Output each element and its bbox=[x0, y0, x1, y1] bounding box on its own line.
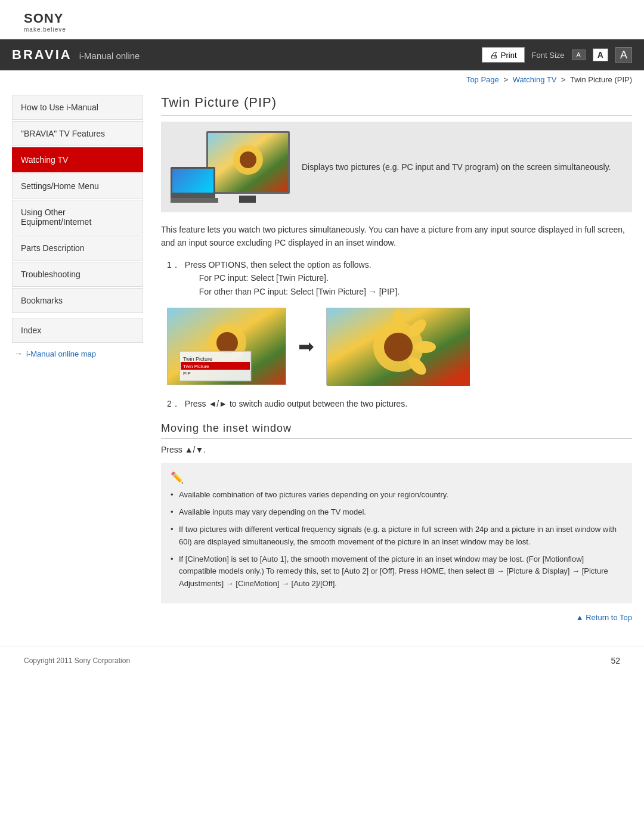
print-icon: 🖨 bbox=[490, 50, 498, 60]
sidebar-item-watching-tv[interactable]: Watching TV bbox=[12, 147, 143, 172]
sidebar-item-bookmarks[interactable]: Bookmarks bbox=[12, 288, 143, 313]
pip-intro-image bbox=[171, 131, 290, 203]
press-label: Press ▲/▼. bbox=[161, 445, 632, 454]
body-paragraph: This feature lets you watch two pictures… bbox=[161, 223, 632, 250]
svg-text:PIP: PIP bbox=[183, 371, 191, 376]
imanual-subtitle: i-Manual online bbox=[79, 51, 140, 61]
breadcrumb-watching-tv[interactable]: Watching TV bbox=[513, 75, 557, 84]
svg-point-16 bbox=[414, 341, 436, 353]
pip-before-svg: Twin Picture Twin Picture PIP bbox=[168, 308, 286, 385]
step-2-number: 2． bbox=[167, 397, 180, 410]
page-number: 52 bbox=[611, 656, 620, 665]
main-layout: How to Use i-Manual "BRAVIA" TV Features… bbox=[0, 89, 644, 634]
page-title: Twin Picture (PIP) bbox=[161, 95, 632, 116]
sidebar-item-bravia-features[interactable]: "BRAVIA" TV Features bbox=[12, 121, 143, 146]
font-large-button[interactable]: A bbox=[615, 47, 632, 63]
laptop-display bbox=[171, 167, 215, 200]
note-item-1: Available combination of two pictures va… bbox=[171, 489, 623, 501]
copyright-text: Copyright 2011 Sony Corporation bbox=[24, 657, 130, 665]
step-1-sub-2: For other than PC input: Select [Twin Pi… bbox=[199, 285, 632, 298]
note-icon: ✏️ bbox=[171, 471, 623, 484]
sidebar: How to Use i-Manual "BRAVIA" TV Features… bbox=[12, 95, 143, 622]
bravia-brand: BRAVIA bbox=[12, 47, 72, 63]
breadcrumb-top-page[interactable]: Top Page bbox=[466, 75, 499, 84]
svg-text:Twin Picture: Twin Picture bbox=[183, 364, 209, 369]
step-2: 2． Press ◄/► to switch audio output betw… bbox=[167, 397, 632, 410]
sunflower-tv-svg bbox=[208, 133, 288, 192]
intro-box: Displays two pictures (e.g. PC input and… bbox=[161, 122, 632, 212]
note-item-2: Available inputs may vary depending on t… bbox=[171, 506, 623, 519]
steps-list: 1． Press OPTIONS, then select the option… bbox=[167, 258, 632, 411]
arrow-right-icon: → bbox=[14, 349, 23, 358]
svg-point-14 bbox=[392, 309, 404, 331]
nav-bar: BRAVIA i-Manual online 🖨 Print Font Size… bbox=[0, 39, 644, 70]
sidebar-item-using-other[interactable]: Using Other Equipment/Internet bbox=[12, 200, 143, 234]
notes-list: Available combination of two pictures va… bbox=[171, 489, 623, 590]
tv-stand bbox=[239, 196, 256, 203]
laptop-base bbox=[171, 198, 218, 203]
note-box: ✏️ Available combination of two pictures… bbox=[161, 463, 632, 603]
pip-image-row: Twin Picture Twin Picture PIP ➡ bbox=[167, 308, 632, 385]
return-to-top[interactable]: ▲ Return to Top bbox=[161, 613, 632, 622]
sidebar-item-how-to-use[interactable]: How to Use i-Manual bbox=[12, 95, 143, 120]
font-size-label: Font Size bbox=[532, 51, 565, 60]
sidebar-item-settings-home[interactable]: Settings/Home Menu bbox=[12, 174, 143, 199]
font-medium-button[interactable]: A bbox=[593, 48, 608, 61]
sidebar-item-parts-description[interactable]: Parts Description bbox=[12, 236, 143, 261]
content-area: Twin Picture (PIP) bbox=[155, 95, 632, 622]
bravia-title: BRAVIA i-Manual online bbox=[12, 47, 140, 63]
step-1: 1． Press OPTIONS, then select the option… bbox=[167, 258, 632, 298]
step-2-text: Press ◄/► to switch audio output between… bbox=[185, 397, 407, 410]
print-button[interactable]: 🖨 Print bbox=[482, 47, 525, 63]
pip-screenshot-before: Twin Picture Twin Picture PIP bbox=[167, 308, 286, 385]
svg-point-5 bbox=[216, 332, 238, 354]
sidebar-index[interactable]: Index bbox=[12, 318, 143, 343]
arrow-right-large-icon: ➡ bbox=[298, 335, 314, 358]
breadcrumb: Top Page > Watching TV > Twin Picture (P… bbox=[0, 70, 644, 89]
pip-screenshot-after bbox=[326, 308, 469, 385]
section2-title: Moving the inset window bbox=[161, 422, 632, 439]
step-1-text: Press OPTIONS, then select the option as… bbox=[185, 260, 371, 270]
svg-text:Twin Picture: Twin Picture bbox=[183, 356, 212, 362]
svg-point-13 bbox=[384, 333, 413, 361]
svg-point-2 bbox=[240, 151, 256, 168]
sunflower-result-svg bbox=[327, 308, 470, 386]
footer: Copyright 2011 Sony Corporation 52 bbox=[0, 646, 644, 675]
step-1-number: 1． bbox=[167, 258, 180, 298]
tv-display bbox=[206, 131, 290, 194]
laptop-screen bbox=[172, 169, 213, 193]
imanual-map-link[interactable]: → i-Manual online map bbox=[12, 349, 143, 358]
breadcrumb-current: Twin Picture (PIP) bbox=[570, 75, 632, 84]
note-item-3: If two pictures with different vertical … bbox=[171, 524, 623, 549]
sony-logo: SONY make.believe bbox=[24, 11, 620, 33]
top-bar: SONY make.believe bbox=[0, 0, 644, 39]
intro-description: Displays two pictures (e.g. PC input and… bbox=[302, 161, 611, 174]
sidebar-item-troubleshooting[interactable]: Troubleshooting bbox=[12, 262, 143, 287]
return-to-top-link[interactable]: ▲ Return to Top bbox=[576, 613, 632, 622]
note-item-4: If [CineMotion] is set to [Auto 1], the … bbox=[171, 553, 623, 590]
nav-right: 🖨 Print Font Size A A A bbox=[482, 47, 632, 63]
step-1-sub-1: For PC input: Select [Twin Picture]. bbox=[199, 271, 632, 284]
font-small-button[interactable]: A bbox=[572, 49, 586, 60]
